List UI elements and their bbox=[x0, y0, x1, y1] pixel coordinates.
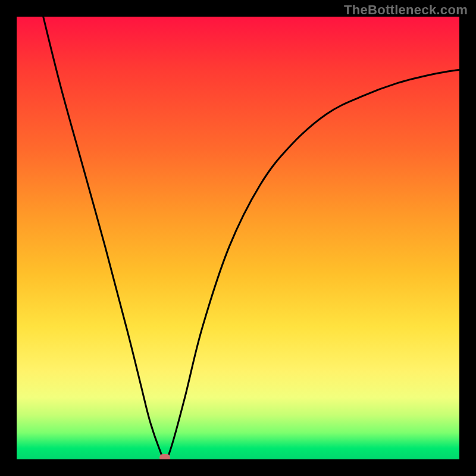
watermark-text: TheBottleneck.com bbox=[344, 2, 468, 18]
minimum-marker bbox=[159, 454, 170, 459]
bottleneck-curve bbox=[17, 17, 459, 459]
chart-frame: TheBottleneck.com bbox=[0, 0, 476, 476]
plot-area bbox=[17, 17, 459, 459]
